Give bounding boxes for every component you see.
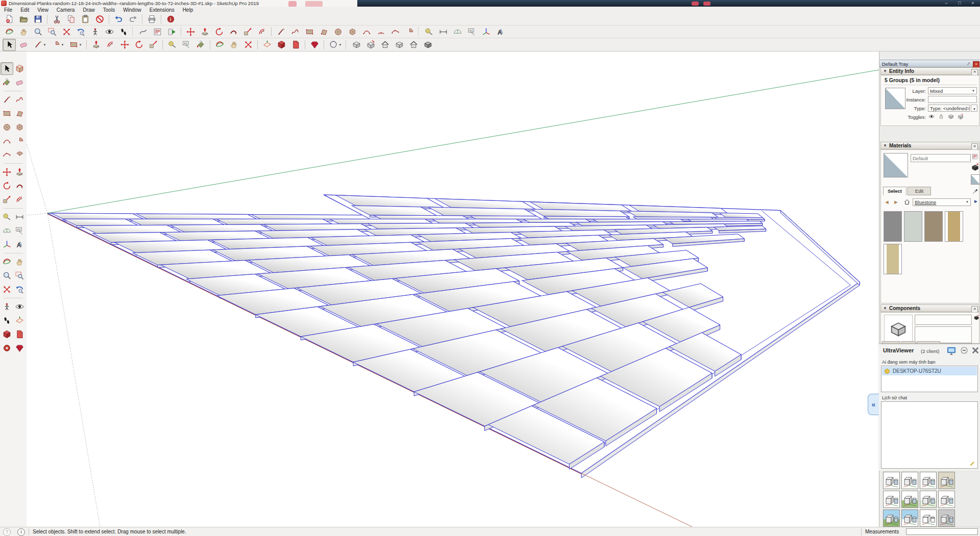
menu-draw[interactable]: Draw (79, 7, 99, 13)
move-button[interactable] (1, 166, 13, 178)
minimize-circle-icon[interactable] (960, 346, 969, 355)
zoom-button[interactable] (1, 269, 13, 282)
close-x-icon[interactable] (971, 346, 980, 355)
offset-button[interactable] (13, 193, 26, 206)
push-pull-button[interactable] (198, 25, 211, 38)
material-name-field[interactable]: Default (911, 154, 971, 162)
entity-info-header[interactable]: ▼ Entity Info × (880, 67, 979, 75)
zoom-extents-button[interactable] (60, 25, 73, 38)
orbit-button[interactable] (3, 25, 16, 38)
panel-collapse-tab[interactable]: « (868, 394, 879, 415)
rectangle-button[interactable] (1, 107, 13, 120)
section-display-button[interactable] (289, 39, 302, 51)
warehouse-a-button[interactable] (350, 39, 363, 51)
close-button[interactable]: × (968, 1, 978, 6)
three-point-arc-button[interactable] (388, 25, 402, 38)
receive-shadows-cube-icon[interactable] (947, 113, 955, 120)
protractor-button[interactable] (451, 25, 464, 38)
collapse-triangle-icon[interactable]: ▼ (883, 142, 887, 149)
look-around-button[interactable] (13, 300, 26, 313)
move-button[interactable] (118, 39, 131, 51)
zoom-button[interactable] (31, 25, 44, 38)
material-swatch[interactable] (904, 211, 922, 242)
pan-button[interactable] (13, 256, 26, 268)
new-button[interactable] (3, 13, 16, 25)
two-point-arc-button[interactable] (360, 25, 373, 38)
rotated-rectangle-button[interactable] (317, 25, 330, 38)
pan-button[interactable] (17, 25, 30, 38)
position-camera-button[interactable] (88, 25, 102, 38)
pan-button[interactable] (227, 39, 240, 51)
style-thumbnail[interactable] (883, 491, 900, 508)
3d-text-button[interactable] (13, 238, 26, 251)
freehand-button[interactable] (288, 25, 302, 38)
monitor-icon[interactable] (946, 346, 957, 356)
paint-bucket-button[interactable] (1, 76, 13, 89)
forward-arrow-icon[interactable]: ► (893, 199, 899, 205)
pin-icon[interactable] (966, 61, 971, 67)
circle-button[interactable] (1, 121, 13, 134)
material-swatch[interactable] (884, 244, 902, 274)
follow-me-button[interactable] (227, 25, 240, 38)
warehouse-d-button[interactable] (393, 39, 406, 51)
display-pane-icon[interactable] (971, 153, 978, 160)
select-button[interactable] (3, 39, 16, 51)
minimize-button[interactable]: – (941, 1, 951, 6)
pie-filled-button[interactable] (13, 148, 26, 161)
move-button[interactable] (184, 25, 197, 38)
zoom-window-button[interactable] (13, 269, 26, 282)
info-icon[interactable]: i (17, 528, 25, 536)
arc-button[interactable] (374, 25, 387, 38)
style-thumbnail[interactable] (920, 509, 937, 527)
three-point-arc-button[interactable] (1, 148, 13, 161)
edit-pencil-icon[interactable] (969, 461, 975, 467)
polygon-button[interactable] (13, 121, 26, 134)
select-button[interactable] (1, 62, 13, 75)
chat-history-box[interactable] (881, 401, 978, 469)
edge-style-button[interactable] (136, 25, 150, 38)
menu-help[interactable]: Help (179, 7, 198, 13)
tape-measure-button[interactable] (165, 39, 179, 51)
style-thumbnail[interactable] (883, 509, 900, 527)
secondary-material-swatch[interactable] (971, 174, 980, 185)
style-thumbnail[interactable] (901, 491, 918, 508)
collapse-triangle-icon[interactable]: ▼ (883, 305, 887, 312)
paint-bucket-button[interactable] (194, 39, 207, 51)
erase-button[interactable] (93, 13, 106, 25)
follow-me-button[interactable] (13, 180, 26, 192)
materials-header[interactable]: ▼ Materials × (880, 142, 979, 149)
dropdown-arrow-icon[interactable]: ▼ (61, 43, 64, 46)
polygon-button[interactable] (346, 25, 359, 38)
zoom-window-button[interactable] (45, 25, 59, 38)
paste-button[interactable] (79, 13, 92, 25)
orbit-button[interactable] (213, 39, 226, 51)
type-dropdown-arrow[interactable]: ▼ (971, 105, 977, 112)
instance-input[interactable] (928, 96, 977, 103)
measurements-input[interactable] (906, 528, 978, 535)
menu-file[interactable]: File (0, 7, 16, 13)
material-swatch[interactable] (884, 211, 902, 242)
dropdown-arrow-icon[interactable]: ▼ (339, 43, 342, 46)
layer-dropdown[interactable]: Mixed▼ (928, 87, 977, 94)
zoom-extents-button[interactable] (1, 283, 13, 296)
line-button[interactable] (274, 25, 287, 38)
walk-button[interactable] (117, 25, 130, 38)
style-thumbnail[interactable] (901, 509, 918, 527)
text-button[interactable] (13, 224, 26, 237)
menu-window[interactable]: Window (119, 7, 145, 13)
axes-button[interactable] (479, 25, 493, 38)
rotate-button[interactable] (212, 25, 226, 38)
rectangle-button[interactable]: ▼ (67, 39, 84, 51)
warehouse-f-button[interactable] (421, 39, 434, 51)
pie-button[interactable] (13, 135, 26, 147)
scale-button[interactable] (1, 193, 13, 206)
materials-tab-edit[interactable]: Edit (908, 187, 931, 195)
material-swatch[interactable] (924, 211, 943, 242)
dropdown-arrow-icon[interactable]: ▼ (43, 43, 46, 46)
menu-extensions[interactable]: Extensions (145, 7, 179, 13)
menu-camera[interactable]: Camera (53, 7, 79, 13)
3d-text-button[interactable] (494, 25, 507, 38)
ext-c-button[interactable] (1, 342, 13, 354)
rectangle-button[interactable] (303, 25, 316, 38)
offset-button[interactable] (255, 25, 268, 38)
